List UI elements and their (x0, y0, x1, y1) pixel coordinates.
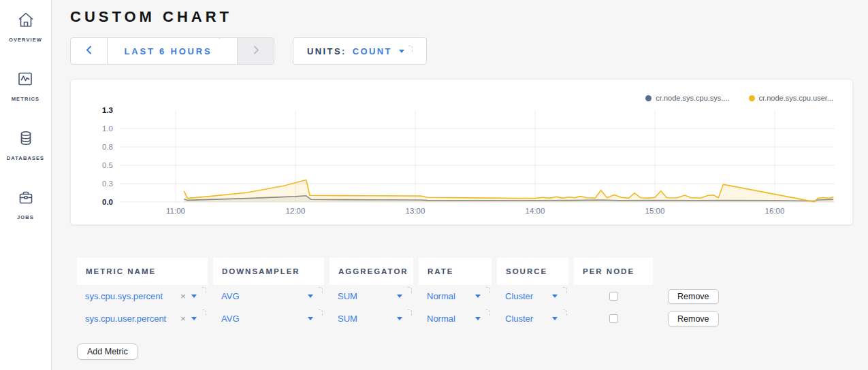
page-title: CUSTOM CHART (70, 8, 853, 26)
dashed-corner (563, 309, 567, 316)
downsampler-select[interactable]: AVG (213, 307, 324, 330)
rate-select[interactable]: Normal (419, 307, 492, 330)
dashed-corner (486, 287, 490, 294)
per-node-cell (574, 285, 653, 307)
svg-text:14:00: 14:00 (526, 207, 545, 215)
time-range-next-button[interactable] (237, 38, 274, 64)
remove-button[interactable]: Remove (668, 289, 719, 304)
svg-text:12:00: 12:00 (286, 207, 306, 215)
dashed-corner (563, 287, 567, 294)
time-range-picker: LAST 6 HOURS (70, 37, 274, 65)
column-header-spacer (658, 258, 733, 285)
aggregator-select-value: SUM (338, 291, 357, 301)
downsampler-select-value: AVG (221, 291, 240, 301)
svg-text:0.3: 0.3 (102, 180, 113, 188)
sidebar-item-overview[interactable]: OVERVIEW (9, 11, 42, 43)
source-select[interactable]: Cluster (497, 285, 568, 307)
downsampler-select-value: AVG (221, 314, 240, 324)
sidebar-item-label: JOBS (17, 214, 34, 220)
remove-cell: Remove (658, 285, 733, 307)
remove-button[interactable]: Remove (668, 312, 719, 326)
source-select[interactable]: Cluster (497, 307, 568, 330)
aggregator-select[interactable]: SUM (329, 285, 413, 307)
column-header-rate: RATE (419, 258, 492, 285)
chevron-left-icon (85, 45, 93, 57)
rate-select[interactable]: Normal (419, 285, 492, 307)
time-range-label: LAST 6 HOURS (125, 46, 212, 56)
column-header-metric-name: METRIC NAME (77, 258, 208, 285)
aggregator-select-value: SUM (338, 314, 357, 324)
per-node-checkbox[interactable] (609, 314, 618, 323)
sidebar-item-label: OVERVIEW (9, 37, 42, 43)
toolbar: LAST 6 HOURS UNITS: COUNT (70, 37, 853, 65)
add-metric-button[interactable]: Add Metric (77, 343, 138, 360)
custom-chart: 0.00.30.50.81.01.311:0012:0013:0014:0015… (71, 80, 852, 224)
dashed-corner (216, 37, 220, 39)
chevron-down-icon (475, 295, 481, 298)
metric-row: sys.cpu.user.percent×AVGSUMNormalCluster… (77, 307, 853, 330)
metrics-icon (16, 70, 34, 90)
main-content: CUSTOM CHART LAST 6 HOURS UNITS: COUNT (52, 0, 868, 370)
chevron-down-icon (308, 295, 313, 298)
sidebar-item-jobs[interactable]: JOBS (17, 188, 35, 220)
remove-cell: Remove (658, 307, 733, 330)
clear-icon[interactable]: × (180, 291, 186, 301)
svg-text:16:00: 16:00 (765, 207, 785, 215)
chevron-down-icon (399, 50, 404, 53)
dashed-corner (319, 287, 323, 294)
svg-text:1.3: 1.3 (102, 106, 113, 114)
units-dropdown[interactable]: UNITS: COUNT (293, 37, 427, 65)
dashed-corner (486, 309, 490, 316)
sidebar-item-label: METRICS (12, 96, 39, 102)
chart-panel: cr.node.sys.cpu.sys....cr.node.sys.cpu.u… (70, 79, 853, 225)
dashed-corner (408, 46, 413, 52)
dashed-corner (319, 309, 323, 316)
column-header-source: SOURCE (497, 258, 568, 285)
per-node-cell (574, 307, 653, 330)
chevron-down-icon (552, 295, 558, 298)
dashed-corner (408, 287, 412, 294)
metric-name-value: sys.cpu.user.percent (85, 314, 166, 324)
chevron-down-icon (397, 295, 402, 298)
svg-text:1.0: 1.0 (102, 124, 113, 133)
databases-icon (17, 129, 35, 150)
metric-name-select[interactable]: sys.cpu.user.percent× (77, 307, 208, 330)
svg-text:13:00: 13:00 (406, 207, 425, 215)
chevron-right-icon (252, 45, 260, 57)
metric-name-select[interactable]: sys.cpu.sys.percent× (77, 285, 208, 307)
chevron-down-icon (397, 317, 402, 320)
units-value: COUNT (353, 46, 392, 56)
time-range-prev-button[interactable] (71, 38, 108, 64)
metric-row: sys.cpu.sys.percent×AVGSUMNormalClusterR… (77, 285, 853, 307)
chevron-down-icon (552, 317, 558, 320)
clear-icon[interactable]: × (180, 314, 186, 324)
svg-text:0.5: 0.5 (102, 161, 113, 169)
sidebar-item-label: DATABASES (7, 155, 44, 161)
column-header-downsampler: DOWNSAMPLER (213, 258, 324, 285)
jobs-icon (17, 188, 35, 209)
dashed-corner (202, 287, 206, 294)
svg-text:0.8: 0.8 (102, 143, 113, 151)
rate-select-value: Normal (427, 314, 455, 324)
home-icon (17, 11, 35, 31)
units-label: UNITS: (307, 46, 347, 56)
rate-select-value: Normal (427, 291, 455, 301)
source-select-value: Cluster (505, 291, 533, 301)
metric-name-value: sys.cpu.sys.percent (85, 291, 163, 301)
time-range-dropdown[interactable]: LAST 6 HOURS (108, 38, 237, 64)
downsampler-select[interactable]: AVG (213, 285, 324, 307)
dashed-corner (202, 309, 206, 316)
aggregator-select[interactable]: SUM (329, 307, 413, 330)
svg-text:11:00: 11:00 (166, 207, 185, 215)
chevron-down-icon (191, 317, 197, 320)
chevron-down-icon (191, 295, 197, 298)
source-select-value: Cluster (505, 314, 533, 324)
sidebar-item-databases[interactable]: DATABASES (7, 129, 44, 161)
sidebar-item-metrics[interactable]: METRICS (12, 70, 39, 102)
column-header-per-node: PER NODE (574, 258, 653, 285)
table-header-row: METRIC NAMEDOWNSAMPLERAGGREGATORRATESOUR… (77, 258, 853, 285)
sidebar: OVERVIEW METRICS DATABASES (0, 0, 52, 370)
per-node-checkbox[interactable] (609, 292, 618, 301)
dashed-corner (408, 309, 412, 316)
metrics-table: METRIC NAMEDOWNSAMPLERAGGREGATORRATESOUR… (77, 258, 853, 360)
